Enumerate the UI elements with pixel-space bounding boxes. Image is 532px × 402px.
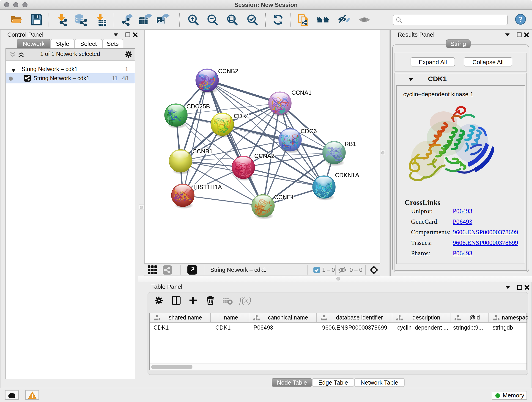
svg-text:CCNB1: CCNB1 (192, 148, 213, 155)
svg-text:HIST1H1A: HIST1H1A (193, 184, 222, 191)
svg-text:CDC6: CDC6 (301, 128, 317, 134)
svg-text:RB1: RB1 (345, 140, 356, 147)
svg-text:?: ? (518, 15, 523, 23)
svg-text:CDC25B: CDC25B (186, 103, 210, 110)
svg-text:CCNE1: CCNE1 (274, 194, 294, 201)
svg-text:CDKN1A: CDKN1A (335, 172, 359, 179)
svg-text:CCNB2: CCNB2 (218, 68, 238, 75)
svg-text:CCNA2: CCNA2 (254, 153, 274, 159)
svg-text:CDK1: CDK1 (234, 113, 249, 119)
svg-text:CCNA1: CCNA1 (291, 89, 312, 96)
